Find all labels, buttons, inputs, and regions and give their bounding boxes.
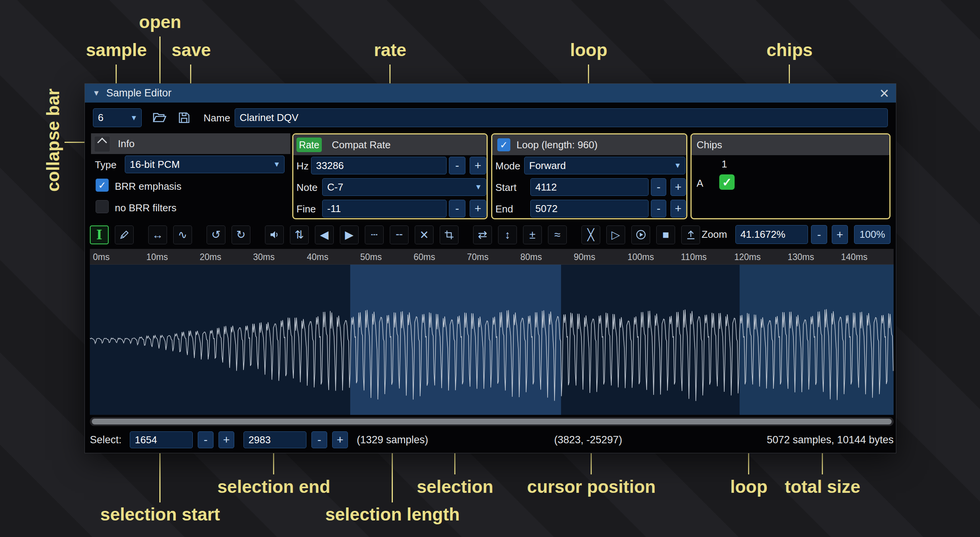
name-label: Name xyxy=(204,112,230,124)
wave-filter-icon: ≈ xyxy=(555,229,561,241)
preview-button[interactable]: ▷ xyxy=(606,225,625,244)
loop-start-label: Start xyxy=(495,182,516,194)
resample-button[interactable]: ∿ xyxy=(173,225,192,244)
rate-badge-label: Rate xyxy=(299,139,319,151)
ruler-label: 0ms xyxy=(93,252,109,262)
hz-input[interactable]: 33286 xyxy=(311,157,447,174)
collapse-bar-button[interactable] xyxy=(94,136,110,152)
loop-start-value: 4112 xyxy=(535,181,557,193)
close-button[interactable]: × xyxy=(879,84,889,103)
annotation-selection-label: selection xyxy=(378,476,532,497)
fade-in-button[interactable]: ◀ xyxy=(315,225,334,244)
normalize-button[interactable]: ⇅ xyxy=(290,225,309,244)
sample-name-input[interactable]: Clarinet DQV xyxy=(235,108,888,127)
undo-button[interactable]: ↺ xyxy=(207,225,225,244)
selection-end-minus-button[interactable]: - xyxy=(311,431,327,448)
ruler-label: 90ms xyxy=(574,252,595,262)
save-sample-button[interactable] xyxy=(175,109,192,126)
waveform-scrollbar[interactable] xyxy=(90,417,894,426)
redo-icon: ↻ xyxy=(236,228,245,241)
select-label: Select: xyxy=(90,434,122,446)
loop-end-value: 5072 xyxy=(535,203,558,215)
stop-button[interactable]: ■ xyxy=(656,225,675,244)
ruler-label: 110ms xyxy=(681,252,707,262)
collapse-triangle-icon[interactable]: ▼ xyxy=(93,89,100,98)
ruler-label: 60ms xyxy=(414,252,435,262)
sample-name-value: Clarinet DQV xyxy=(240,112,298,124)
reverse-button[interactable]: ⇄ xyxy=(473,225,492,244)
zoom-value: 41.1672% xyxy=(740,229,785,240)
trim-button[interactable] xyxy=(440,225,459,244)
resize-button[interactable]: ↔ xyxy=(148,225,167,244)
ruler-label: 30ms xyxy=(253,252,275,262)
chips-panel-header: Chips xyxy=(692,134,889,155)
info-header-label: Info xyxy=(118,138,134,150)
selection-start-minus-button[interactable]: - xyxy=(198,431,214,448)
title-bar[interactable]: ▼ Sample Editor × xyxy=(85,84,896,103)
edit-draw-button[interactable] xyxy=(115,225,134,244)
sample-index-dropdown[interactable]: 6 ▼ xyxy=(93,108,142,127)
zoom-input[interactable]: 41.1672% xyxy=(735,225,808,244)
loop-enable-checkbox[interactable]: ✓ xyxy=(497,138,510,151)
ruler-label: 50ms xyxy=(360,252,382,262)
redo-button[interactable]: ↻ xyxy=(232,225,250,244)
selection-start-plus-button[interactable]: + xyxy=(219,431,234,448)
fine-minus-button[interactable]: - xyxy=(449,200,465,217)
info-panel-header: Info xyxy=(91,133,290,154)
annotation-selection-start-line xyxy=(159,450,161,502)
status-bar: Select: 1654 - + 2983 - + (1329 samples)… xyxy=(90,431,894,449)
time-ruler: 0ms 10ms 20ms 30ms 40ms 50ms 60ms 70ms 8… xyxy=(90,249,894,265)
loop-end-minus-button[interactable]: - xyxy=(651,200,666,217)
zoom-reset-button[interactable]: 100% xyxy=(854,225,891,244)
crossed-arrows-icon: ╳ xyxy=(588,228,594,241)
annotation-chips-label: chips xyxy=(751,40,828,60)
chip-enable-checkbox[interactable]: ✓ xyxy=(719,174,735,190)
no-brr-filters-checkbox[interactable] xyxy=(96,200,109,213)
fade-out-button[interactable]: ▶ xyxy=(340,225,359,244)
ruler-label: 120ms xyxy=(734,252,761,262)
loop-end-plus-button[interactable]: + xyxy=(670,200,686,217)
ruler-label: 70ms xyxy=(467,252,488,262)
loop-start-plus-button[interactable]: + xyxy=(670,178,686,196)
invert-button[interactable]: ↕ xyxy=(498,225,517,244)
amplify-button[interactable] xyxy=(265,225,284,244)
chevron-down-icon: ▼ xyxy=(674,161,681,170)
hz-plus-button[interactable]: + xyxy=(470,157,486,174)
selection-start-input[interactable]: 1654 xyxy=(130,431,193,448)
waveform-plot xyxy=(90,265,894,415)
cursor-position-text: (3823, -25297) xyxy=(554,434,622,446)
plus-minus-icon: ± xyxy=(530,229,536,241)
insert-silence-button[interactable]: ┄ xyxy=(365,225,384,244)
sample-type-dropdown[interactable]: 16-bit PCM ▼ xyxy=(125,156,285,173)
fine-plus-button[interactable]: + xyxy=(470,200,486,217)
annotation-cursor-position-label: cursor position xyxy=(515,476,668,497)
apply-silence-button[interactable]: ╌ xyxy=(390,225,409,244)
loop-end-input[interactable]: 5072 xyxy=(530,200,649,217)
note-dropdown[interactable]: C-7 ▼ xyxy=(322,178,486,196)
fine-input[interactable]: -11 xyxy=(322,200,447,217)
loop-start-input[interactable]: 4112 xyxy=(530,178,649,196)
selection-end-input[interactable]: 2983 xyxy=(243,431,306,448)
loop-start-minus-button[interactable]: - xyxy=(651,178,666,196)
play-circle-button[interactable] xyxy=(631,225,650,244)
folder-open-icon xyxy=(152,111,166,124)
loop-mode-dropdown[interactable]: Forward ▼ xyxy=(524,157,685,174)
no-brr-filters-label: no BRR filters xyxy=(115,202,176,214)
filter-button[interactable]: ≈ xyxy=(548,225,567,244)
pencil-icon xyxy=(119,229,130,240)
crossfade-loop-button[interactable]: ╳ xyxy=(581,225,600,244)
scrollbar-thumb[interactable] xyxy=(92,419,892,424)
brr-emphasis-checkbox[interactable]: ✓ xyxy=(96,179,109,192)
selection-end-plus-button[interactable]: + xyxy=(332,431,348,448)
edit-select-button[interactable]: I xyxy=(90,225,109,244)
chevron-down-icon: ▼ xyxy=(130,114,137,122)
zoom-minus-button[interactable]: - xyxy=(811,225,827,244)
waveform-view[interactable] xyxy=(90,265,894,415)
upload-button[interactable] xyxy=(681,225,700,244)
hz-minus-button[interactable]: - xyxy=(449,157,465,174)
zoom-plus-button[interactable]: + xyxy=(832,225,848,244)
open-sample-button[interactable] xyxy=(151,109,168,126)
sign-button[interactable]: ± xyxy=(523,225,542,244)
loop-mode-value: Forward xyxy=(529,160,566,172)
delete-button[interactable]: × xyxy=(415,225,434,244)
